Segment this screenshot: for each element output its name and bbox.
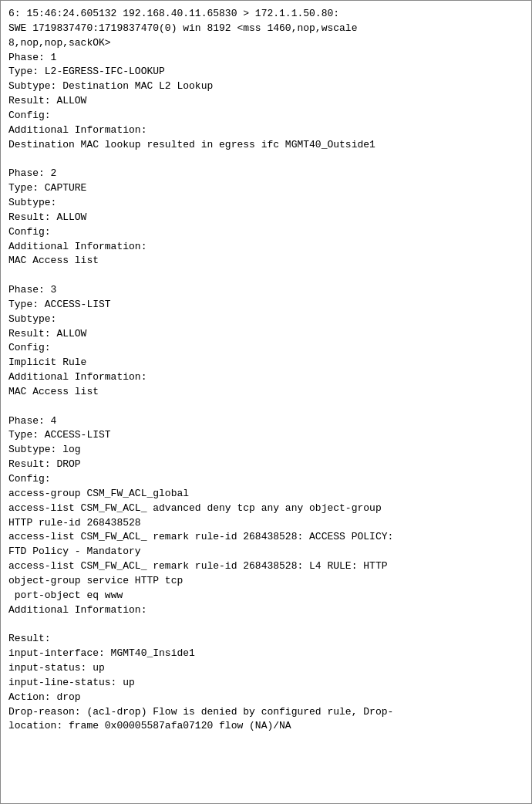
- terminal-container: 6: 15:46:24.605132 192.168.40.11.65830 >…: [0, 0, 532, 804]
- terminal-content: 6: 15:46:24.605132 192.168.40.11.65830 >…: [8, 7, 524, 734]
